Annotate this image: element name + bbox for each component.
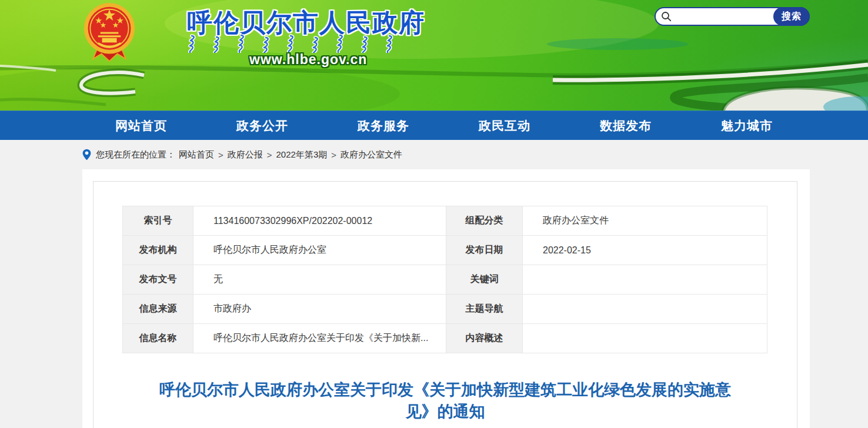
breadcrumb-link-issue[interactable]: 2022年第3期 [276, 149, 328, 160]
article-title: 呼伦贝尔市人民政府办公室关于印发《关于加快新型建筑工业化绿色发展的实施意见》的通… [146, 379, 744, 423]
site-header: 呼伦贝尔市人民政府 [0, 0, 868, 111]
nav-item-city[interactable]: 魅力城市 [686, 111, 807, 140]
meta-label-category: 组配分类 [446, 206, 523, 236]
search-box: 搜索 [655, 7, 810, 26]
breadcrumb-link-home[interactable]: 网站首页 [179, 149, 214, 160]
meta-value-keywords [523, 265, 767, 295]
breadcrumb-separator: > [267, 150, 272, 160]
meta-label-publish-date: 发布日期 [446, 236, 523, 265]
meta-label-topic-nav: 主题导航 [446, 295, 523, 324]
table-row: 信息来源 市政府办 主题导航 [123, 295, 767, 324]
meta-value-summary [523, 324, 767, 353]
breadcrumb-link-category[interactable]: 政府办公室文件 [340, 149, 402, 160]
breadcrumb: 您现在所在的位置： 网站首页 > 政府公报 > 2022年第3期 > 政府办公室… [82, 140, 402, 169]
meta-value-category: 政府办公室文件 [523, 206, 767, 236]
site-logo-link[interactable]: 呼伦贝尔市人民政府 [81, 1, 385, 65]
breadcrumb-prefix: 您现在所在的位置： [96, 149, 175, 160]
document-meta-table: 索引号 1134160073302996XP/202202-00012 组配分类… [122, 206, 767, 353]
nav-item-interaction[interactable]: 政民互动 [444, 111, 565, 140]
breadcrumb-bar: 您现在所在的位置： 网站首页 > 政府公报 > 2022年第3期 > 政府办公室… [0, 140, 868, 169]
nav-item-home[interactable]: 网站首页 [81, 111, 202, 140]
meta-label-summary: 内容概述 [446, 324, 523, 353]
document-panel: 索引号 1134160073302996XP/202202-00012 组配分类… [93, 181, 797, 428]
meta-label-source: 信息来源 [123, 295, 193, 324]
search-icon [661, 11, 672, 22]
meta-label-info-name: 信息名称 [123, 324, 193, 353]
nav-item-gov-info[interactable]: 政务公开 [202, 111, 323, 140]
nav-item-data[interactable]: 数据发布 [565, 111, 686, 140]
table-row: 发布文号 无 关键词 [123, 265, 767, 295]
meta-value-source: 市政府办 [193, 295, 446, 324]
meta-value-topic-nav [523, 295, 767, 324]
main-nav: 网站首页 政务公开 政务服务 政民互动 数据发布 魅力城市 [0, 111, 868, 140]
meta-value-issuer: 呼伦贝尔市人民政府办公室 [193, 236, 446, 265]
page: 呼伦贝尔市人民政府 [0, 0, 868, 428]
breadcrumb-link-gazette[interactable]: 政府公报 [228, 149, 263, 160]
location-pin-icon [82, 149, 91, 160]
meta-value-doc-number: 无 [193, 265, 446, 295]
meta-label-issuer: 发布机构 [123, 236, 193, 265]
meta-value-index-number: 1134160073302996XP/202202-00012 [193, 206, 446, 236]
table-row: 信息名称 呼伦贝尔市人民政府办公室关于印发《关于加快新... 内容概述 [123, 324, 767, 353]
meta-label-doc-number: 发布文号 [123, 265, 193, 295]
meta-value-info-name: 呼伦贝尔市人民政府办公室关于印发《关于加快新... [193, 324, 446, 353]
national-emblem-icon [81, 1, 138, 65]
breadcrumb-separator: > [218, 150, 223, 160]
meta-label-keywords: 关键词 [446, 265, 523, 295]
search-button[interactable]: 搜索 [773, 7, 810, 26]
breadcrumb-separator: > [331, 150, 336, 160]
table-row: 索引号 1134160073302996XP/202202-00012 组配分类… [123, 206, 767, 236]
meta-value-publish-date: 2022-02-15 [523, 236, 767, 265]
site-url: www.hlbe.gov.cn [249, 52, 367, 68]
nav-item-services[interactable]: 政务服务 [323, 111, 444, 140]
search-input[interactable] [672, 9, 773, 24]
brand-text: 呼伦贝尔市人民政府 [138, 1, 385, 65]
table-row: 发布机构 呼伦贝尔市人民政府办公室 发布日期 2022-02-15 [123, 236, 767, 265]
meta-label-index-number: 索引号 [123, 206, 193, 236]
content-card: 索引号 1134160073302996XP/202202-00012 组配分类… [82, 169, 810, 428]
